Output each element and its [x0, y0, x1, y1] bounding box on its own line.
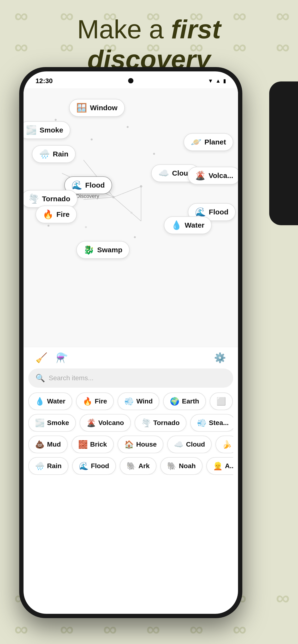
grid-row-3: 💩 Mud 🧱 Brick 🏠 House ☁️ Cloud 🍌 — [28, 436, 233, 453]
swamp-emoji: 🐉 — [83, 245, 94, 255]
grid-rain-label: Rain — [47, 462, 62, 470]
grid-cloud-emoji: ☁️ — [174, 440, 184, 449]
grid-fire[interactable]: 🔥 Fire — [76, 392, 114, 410]
dot4 — [153, 153, 155, 155]
grid-a[interactable]: 👱 A... — [206, 457, 233, 475]
dot2 — [127, 126, 129, 128]
tornado-chip[interactable]: 🌪️ Tornado — [24, 190, 77, 208]
grid-extra1[interactable]: ⬜ — [210, 392, 233, 410]
game-area: 🪟 Window 🌫️ Smoke 🪐 Planet 🌧️ Rain ☁️ Cl… — [24, 88, 238, 347]
search-bar[interactable]: 🔍 Search items... — [28, 368, 233, 388]
swamp-label: Swamp — [97, 246, 122, 254]
rain-emoji: 🌧️ — [39, 149, 50, 159]
grid-a-label: A... — [225, 462, 233, 470]
dot3 — [91, 138, 93, 140]
grid-a-emoji: 👱 — [213, 462, 223, 470]
flood-right-emoji: 🌊 — [195, 207, 206, 217]
grid-cloud[interactable]: ☁️ Cloud — [167, 436, 212, 453]
grid-extra2-emoji: 🍌 — [222, 440, 232, 449]
phone-screen: 12:30 ▼ ▲ ▮ — [24, 72, 238, 614]
grid-rain[interactable]: 🌧️ Rain — [28, 457, 68, 475]
dot6 — [134, 236, 136, 238]
status-time: 12:30 — [36, 77, 53, 85]
grid-extra2[interactable]: 🍌 — [215, 436, 233, 453]
flood-center-emoji: 🌊 — [72, 180, 82, 190]
grid-rain-emoji: 🌧️ — [35, 462, 45, 470]
grid-house-emoji: 🏠 — [124, 440, 134, 449]
grid-mud[interactable]: 💩 Mud — [28, 436, 68, 453]
grid-noah[interactable]: 🐘 Noah — [160, 457, 203, 475]
grid-volcano-label: Volcano — [98, 419, 124, 427]
header-first: first — [171, 14, 221, 44]
grid-brick[interactable]: 🧱 Brick — [72, 436, 114, 453]
phone-frame: 12:30 ▼ ▲ ▮ — [19, 67, 242, 618]
fire-chip[interactable]: 🔥 Fire — [36, 206, 77, 223]
grid-flood[interactable]: 🌊 Flood — [72, 457, 116, 475]
grid-tornado[interactable]: 🌪️ Tornado — [135, 414, 186, 432]
dot1 — [55, 119, 57, 121]
smoke-chip[interactable]: 🌫️ Smoke — [24, 121, 70, 139]
water-chip[interactable]: 💧 Water — [164, 216, 212, 234]
right-phone-partial — [269, 82, 298, 225]
grid-row-1: 💧 Water 🔥 Fire 💨 Wind 🌍 Earth ⬜ — [28, 392, 233, 410]
grid-volcano[interactable]: 🌋 Volcano — [80, 414, 131, 432]
svg-point-12 — [85, 226, 87, 228]
grid-earth-emoji: 🌍 — [170, 397, 180, 406]
planet-chip[interactable]: 🪐 Planet — [184, 133, 233, 151]
grid-smoke-emoji: 🌫️ — [35, 418, 45, 428]
grid-earth-label: Earth — [182, 398, 199, 405]
tornado-emoji: 🌪️ — [28, 194, 39, 204]
grid-volcano-emoji: 🌋 — [86, 418, 96, 428]
header-title: Make a first discovery — [77, 14, 221, 75]
grid-cloud-label: Cloud — [186, 440, 205, 448]
camera-notch — [128, 78, 133, 84]
volcano-chip[interactable]: 🌋 Volca... — [188, 167, 238, 184]
settings-icon[interactable]: ⚙️ — [214, 352, 226, 364]
signal-icon: ▲ — [215, 78, 221, 84]
grid-ark[interactable]: 🐘 Ark — [120, 457, 157, 475]
smoke-emoji: 🌫️ — [26, 125, 37, 135]
grid-ark-emoji: 🐘 — [126, 462, 136, 470]
water-label: Water — [185, 221, 204, 229]
grid-row-2: 🌫️ Smoke 🌋 Volcano 🌪️ Tornado 💨 Stea... — [28, 414, 233, 432]
grid-wind-emoji: 💨 — [124, 397, 134, 406]
window-label: Window — [90, 104, 117, 112]
bottom-toolbar: 🧹 ⚗️ ⚙️ — [24, 347, 238, 368]
grid-water-label: Water — [47, 398, 66, 405]
swamp-chip[interactable]: 🐉 Swamp — [76, 241, 129, 259]
status-icons: ▼ ▲ ▮ — [208, 78, 226, 84]
grid-steam[interactable]: 💨 Stea... — [190, 414, 233, 432]
fire-emoji: 🔥 — [43, 210, 54, 220]
grid-flood-label: Flood — [91, 462, 109, 470]
grid-mud-label: Mud — [47, 440, 61, 448]
tornado-label: Tornado — [42, 195, 70, 203]
toolbar-left-icons: 🧹 ⚗️ — [36, 352, 68, 364]
grid-steam-emoji: 💨 — [197, 418, 207, 428]
svg-line-0 — [113, 186, 141, 197]
brush-icon[interactable]: 🧹 — [36, 352, 48, 364]
flood-right-label: Flood — [209, 208, 228, 216]
window-emoji: 🪟 — [76, 103, 87, 113]
grid-earth[interactable]: 🌍 Earth — [163, 392, 206, 410]
grid-smoke[interactable]: 🌫️ Smoke — [28, 414, 76, 432]
window-chip[interactable]: 🪟 Window — [69, 99, 125, 117]
volcano-emoji: 🌋 — [195, 170, 206, 181]
search-area: 🔍 Search items... — [28, 368, 233, 388]
svg-line-3 — [113, 197, 141, 221]
search-icon: 🔍 — [36, 374, 45, 382]
grid-house[interactable]: 🏠 House — [117, 436, 164, 453]
grid-noah-label: Noah — [179, 462, 196, 470]
battery-icon: ▮ — [223, 78, 226, 84]
grid-mud-emoji: 💩 — [35, 440, 45, 449]
grid-water[interactable]: 💧 Water — [28, 392, 72, 410]
svg-point-6 — [112, 196, 115, 198]
grid-flood-emoji: 🌊 — [79, 462, 89, 470]
smoke-label: Smoke — [40, 126, 63, 134]
grid-row-4: 🌧️ Rain 🌊 Flood 🐘 Ark 🐘 Noah 👱 A. — [28, 457, 233, 475]
rain-chip[interactable]: 🌧️ Rain — [32, 145, 76, 163]
grid-wind[interactable]: 💨 Wind — [117, 392, 159, 410]
filter-icon[interactable]: ⚗️ — [56, 352, 68, 364]
items-grid: 💧 Water 🔥 Fire 💨 Wind 🌍 Earth ⬜ — [28, 392, 233, 479]
cloud-emoji: ☁️ — [158, 168, 169, 178]
svg-point-7 — [140, 185, 142, 188]
